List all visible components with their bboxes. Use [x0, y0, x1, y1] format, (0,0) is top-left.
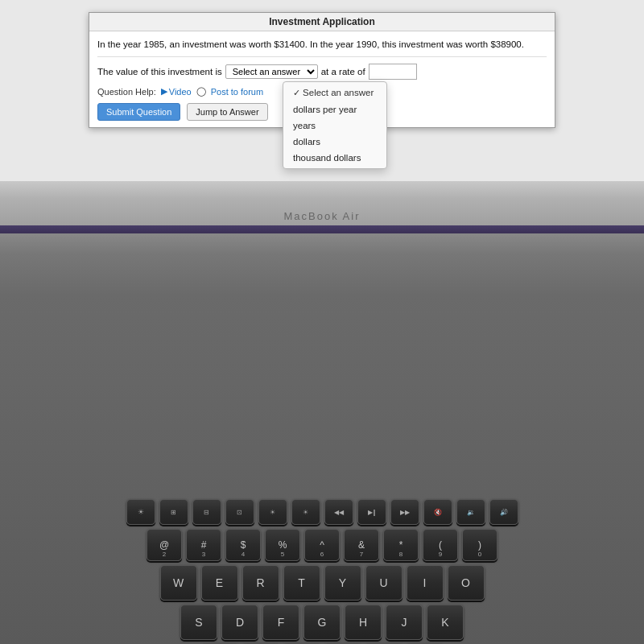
forum-label: Post to forum — [211, 87, 263, 97]
key-f1[interactable]: ☀ — [126, 499, 155, 525]
forum-link[interactable]: Post to forum — [211, 87, 263, 97]
key-7[interactable]: &7 — [344, 529, 379, 561]
key-I[interactable]: I — [407, 565, 444, 601]
key-D[interactable]: D — [221, 605, 258, 640]
jump-button[interactable]: Jump to Answer — [187, 103, 267, 121]
number-row: @2 #3 $4 %5 ^6 &7 *8 — [16, 529, 628, 561]
key-Y[interactable]: Y — [324, 565, 361, 601]
submit-button[interactable]: Submit Question — [97, 103, 180, 121]
key-H[interactable]: H — [345, 605, 382, 640]
macbook-chassis: MacBook Air — [0, 181, 644, 225]
asdf-row: S D F G H J K — [16, 605, 628, 640]
key-f2[interactable]: ⊞ — [159, 499, 188, 525]
app-window: Investment Application In the year 1985,… — [89, 12, 555, 128]
key-K[interactable]: K — [427, 605, 464, 640]
dropdown-item-years[interactable]: years — [283, 118, 386, 134]
key-F[interactable]: F — [262, 605, 299, 640]
dropdown-menu: Select an answer dollars per year years … — [283, 81, 387, 169]
key-f8[interactable]: ▶‖ — [357, 499, 386, 525]
value-label: The value of this investment is — [97, 67, 222, 76]
app-title-bar: Investment Application — [89, 13, 555, 31]
key-E[interactable]: E — [201, 565, 238, 601]
keyboard-bezel: ☀ ⊞ ⊟ ⊡ ☀ ☀ ◀◀ ▶‖ ▶▶ 🔇 🔉 🔊 @2 #3 — [0, 233, 644, 644]
answer-select[interactable]: Select an answer dollars per year years … — [225, 64, 318, 79]
answer-row: The value of this investment is Select a… — [97, 64, 547, 80]
rate-label: at a rate of — [321, 67, 365, 76]
key-f5[interactable]: ☀ — [258, 499, 287, 525]
key-W[interactable]: W — [160, 565, 197, 601]
dropdown-item-thousand-dollars[interactable]: thousand dollars — [283, 150, 386, 166]
key-9[interactable]: (9 — [423, 529, 458, 561]
rate-input[interactable] — [369, 64, 417, 80]
key-3[interactable]: #3 — [186, 529, 221, 561]
dropdown-item-dollars-per-year[interactable]: dollars per year — [283, 101, 386, 118]
browser-area: Investment Application In the year 1985,… — [0, 0, 644, 185]
separator: ◯ — [196, 86, 206, 97]
key-R[interactable]: R — [242, 565, 279, 601]
dropdown-item-dollars[interactable]: dollars — [283, 134, 386, 150]
key-f4[interactable]: ⊡ — [225, 499, 254, 525]
key-f12[interactable]: 🔊 — [489, 499, 518, 525]
key-5[interactable]: %5 — [265, 529, 300, 561]
key-S[interactable]: S — [180, 605, 217, 640]
fn-row: ☀ ⊞ ⊟ ⊡ ☀ ☀ ◀◀ ▶‖ ▶▶ 🔇 🔉 🔊 — [16, 499, 628, 525]
key-f6[interactable]: ☀ — [291, 499, 320, 525]
key-G[interactable]: G — [303, 605, 341, 640]
problem-statement: In the year 1985, an investment was wort… — [97, 39, 524, 49]
macbook-label: MacBook Air — [284, 210, 361, 222]
key-T[interactable]: T — [283, 565, 320, 601]
key-J[interactable]: J — [386, 605, 423, 640]
key-U[interactable]: U — [365, 565, 402, 601]
video-link[interactable]: ▶ Video — [161, 86, 192, 97]
dropdown-item-select[interactable]: Select an answer — [283, 85, 386, 101]
key-f7[interactable]: ◀◀ — [324, 499, 353, 525]
keyboard: ☀ ⊞ ⊟ ⊡ ☀ ☀ ◀◀ ▶‖ ▶▶ 🔇 🔉 🔊 @2 #3 — [16, 499, 628, 628]
video-label: Video — [169, 87, 192, 97]
key-f10[interactable]: 🔇 — [423, 499, 452, 525]
screen: Investment Application In the year 1985,… — [0, 0, 644, 644]
key-0[interactable]: )0 — [462, 529, 497, 561]
key-8[interactable]: *8 — [383, 529, 419, 561]
qwerty-row: W E R T Y U I O — [16, 565, 628, 601]
key-f9[interactable]: ▶▶ — [390, 499, 419, 525]
key-2[interactable]: @2 — [147, 529, 182, 561]
key-f11[interactable]: 🔉 — [456, 499, 485, 525]
key-f3[interactable]: ⊟ — [192, 499, 221, 525]
app-content: In the year 1985, an investment was wort… — [89, 31, 555, 127]
app-title: Investment Application — [269, 16, 375, 27]
video-icon: ▶ — [161, 86, 167, 97]
key-6[interactable]: ^6 — [304, 529, 340, 561]
key-O[interactable]: O — [448, 565, 485, 601]
key-4[interactable]: $4 — [225, 529, 261, 561]
help-label: Question Help: — [97, 87, 156, 97]
problem-text: In the year 1985, an investment was wort… — [97, 38, 547, 57]
